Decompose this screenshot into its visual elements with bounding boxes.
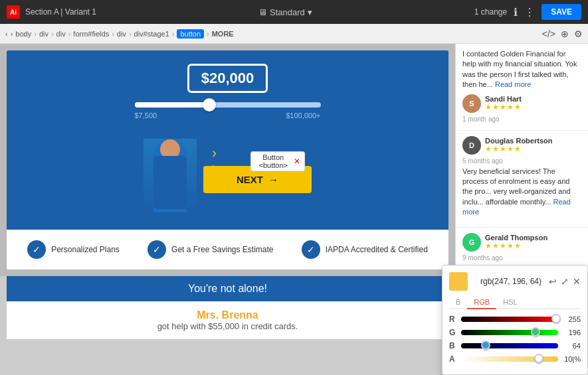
slider-container[interactable] (135, 102, 321, 108)
b-label: B (455, 341, 458, 350)
slider-thumb[interactable] (203, 98, 216, 112)
review-item-0: I contacted Golden Financial for help wi… (456, 44, 588, 131)
color-swatch[interactable] (455, 272, 468, 291)
stars-2: ★★★★★ (485, 242, 547, 250)
save-button[interactable]: SAVE (541, 4, 581, 20)
reviewer-name-1: Douglas Robertson (485, 137, 552, 145)
slider-min-label: $7,500 (135, 112, 157, 119)
testimonial-section: Mrs. Brenna got help with $55,000 in cre… (7, 301, 448, 339)
g-slider[interactable] (461, 330, 558, 335)
editor-panel: $20,000 $7,500 $100,000+ (0, 44, 455, 375)
top-bar: Ai Section A | Variant 1 🖥 Standard ▾ 1 … (0, 0, 588, 24)
read-more-0[interactable]: Read more (495, 80, 531, 88)
breadcrumb-item-form[interactable]: form#fields (73, 30, 109, 38)
slider-labels: $7,500 $100,000+ (135, 112, 321, 119)
adobe-icon: Ai (7, 5, 20, 19)
breadcrumb-item-div2[interactable]: div (56, 30, 66, 38)
sep6: › (172, 30, 175, 38)
review-text-1: Very beneficial services! The process of… (462, 167, 581, 218)
canvas-wrapper: $20,000 $7,500 $100,000+ (0, 44, 455, 276)
benefit-label-0: Personalized Plans (51, 245, 120, 254)
reviewer-info-2: Gerald Thompson ★★★★★ (485, 234, 547, 250)
breadcrumb-bar: ‹ › body › div › div › form#fields › div… (0, 24, 588, 44)
tab-rgb[interactable]: RGB (467, 296, 496, 309)
channel-b: B 64 (455, 341, 581, 350)
benefit-icon-1: ✓ (147, 240, 166, 259)
tooltip-text: Button <button> (255, 153, 291, 169)
benefits-row: ✓ Personalized Plans ✓ Get a Free Saving… (7, 228, 448, 269)
button-area: Button <button> ✕ NEXT → (203, 146, 312, 193)
breadcrumb-nav-back[interactable]: ‹ (5, 30, 8, 38)
breadcrumb-item-div1[interactable]: div (39, 30, 49, 38)
benefit-item-1: ✓ Get a Free Savings Estimate (147, 240, 273, 259)
tab-hsl[interactable]: HSL (496, 296, 524, 308)
color-picker-header: rgb(247, 196, 64) ↩ ⤢ ✕ (455, 272, 581, 291)
tooltip-close[interactable]: ✕ (294, 157, 300, 166)
b-thumb[interactable] (481, 340, 490, 350)
reviewer-name-2: Gerald Thompson (485, 234, 547, 242)
tab-b[interactable]: B (455, 296, 467, 308)
sep4: › (112, 30, 114, 38)
button-tooltip: Button <button> ✕ (250, 151, 305, 171)
top-bar-center: 🖥 Standard ▾ (258, 7, 312, 17)
benefit-icon-2: ✓ (302, 240, 320, 259)
a-thumb[interactable] (534, 354, 543, 363)
avatar-2: G (462, 233, 481, 252)
device-mode-label[interactable]: Standard (270, 7, 305, 17)
testimonial-text: got help with $55,000 in credit cards. (15, 321, 441, 331)
color-value: rgb(247, 196, 64) (480, 277, 541, 286)
sep7: › (207, 30, 209, 38)
breadcrumb-item-button[interactable]: button (177, 29, 204, 38)
changes-badge: 1 change (474, 7, 507, 17)
device-dropdown-icon[interactable]: ▾ (308, 7, 312, 17)
amount-display: $20,000 (187, 64, 268, 93)
picker-close-icon[interactable]: ✕ (573, 276, 581, 287)
woman-body (153, 139, 187, 212)
top-bar-right: 1 change ℹ ⋮ SAVE (474, 4, 581, 20)
breadcrumb-item-div3[interactable]: div (117, 30, 126, 38)
slider-max-label: $100,000+ (286, 112, 320, 119)
breadcrumb-item-stage1[interactable]: div#stage1 (134, 30, 169, 38)
woman-torso (153, 156, 187, 209)
form-content-row: ››› Button <button> ✕ NEXT (144, 126, 312, 212)
alone-section: You're not alone! (7, 276, 448, 301)
device-mode-icon: 🖥 (258, 7, 267, 17)
more-options-button[interactable]: ⋮ (524, 6, 535, 19)
r-slider[interactable] (461, 317, 558, 322)
reviewer-info-0: Sandi Hart ★★★★★ (485, 95, 522, 112)
top-bar-left: Ai Section A | Variant 1 (7, 5, 96, 19)
picker-close-icons: ↩ ⤢ ✕ (549, 276, 581, 287)
info-button[interactable]: ℹ (514, 6, 518, 19)
b-value: 64 (561, 342, 581, 350)
stars-1: ★★★★★ (485, 145, 552, 153)
a-slider[interactable] (461, 356, 558, 362)
b-slider[interactable] (461, 343, 558, 348)
reviewer-name-0: Sandi Hart (485, 95, 522, 103)
right-panel: I contacted Golden Financial for help wi… (455, 44, 588, 375)
breadcrumb-item-body[interactable]: body (15, 30, 31, 38)
next-area: ››› Button <button> ✕ NEXT (144, 126, 312, 212)
r-label: R (455, 315, 458, 324)
picker-undo-icon[interactable]: ↩ (549, 276, 557, 287)
g-thumb[interactable] (531, 327, 540, 337)
breadcrumb-nav-fwd[interactable]: › (11, 30, 13, 38)
target-icon[interactable]: ⊕ (561, 29, 569, 39)
alone-title: You're not alone! (13, 283, 442, 295)
settings-icon[interactable]: ⚙ (574, 29, 583, 39)
reviewer-info-1: Douglas Robertson ★★★★★ (485, 137, 552, 153)
a-label: A (455, 354, 458, 364)
form-section: $20,000 $7,500 $100,000+ (7, 50, 448, 228)
avatar-0: S (462, 94, 481, 113)
avatar-1: D (462, 136, 481, 155)
section-label: Section A | Variant 1 (25, 7, 96, 17)
woman-figure-container: ››› (144, 126, 197, 212)
code-icon[interactable]: </> (542, 29, 555, 39)
review-time-1: 5 months ago (462, 157, 581, 165)
stars-0: ★★★★★ (485, 103, 522, 112)
r-thumb[interactable] (551, 314, 561, 323)
breadcrumb-more[interactable]: MORE (212, 30, 234, 38)
reviewer-row-0: S Sandi Hart ★★★★★ (462, 94, 581, 113)
picker-expand-icon[interactable]: ⤢ (561, 276, 569, 287)
read-more-1[interactable]: Read more (462, 198, 571, 216)
reviewer-row-1: D Douglas Robertson ★★★★★ (462, 136, 581, 155)
